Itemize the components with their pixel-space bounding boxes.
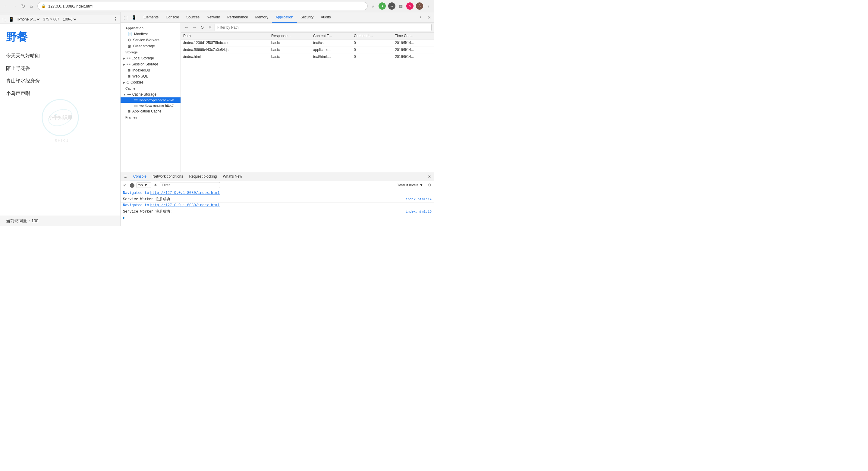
sidebar-expand-session-storage[interactable]: ▶ ≡≡ Session Storage: [121, 61, 181, 67]
console-level-select[interactable]: Default levels ▼: [397, 183, 423, 187]
devtools-close-button[interactable]: ✕: [426, 14, 433, 21]
bookmark-button[interactable]: ☆: [370, 3, 376, 9]
tab-network[interactable]: Network: [203, 12, 224, 23]
sidebar-expand-local-storage[interactable]: ▶ ≡≡ Local Storage: [121, 55, 181, 61]
log-ref-0[interactable]: index.html:19: [406, 198, 432, 201]
cache-forward-icon: →: [192, 25, 196, 30]
device-select[interactable]: iPhone 6/...: [16, 17, 41, 22]
page-content: 野餐 今天天气好晴朗 陌上野花香 青山绿水绕身旁 小鸟声声唱: [0, 24, 120, 215]
cache-refresh-button[interactable]: ↻: [199, 24, 206, 31]
back-button[interactable]: ←: [2, 2, 10, 10]
console-prompt[interactable]: ▶: [121, 215, 434, 221]
log-ref-1[interactable]: index.html:19: [406, 210, 432, 213]
console-context-select[interactable]: top ▼: [136, 182, 151, 188]
websql-icon: ⊟: [128, 75, 130, 79]
cache-storage-panel: ← → ↻ ✕: [181, 23, 434, 172]
cache-search-input[interactable]: [217, 25, 429, 30]
console-tab-network-conditions[interactable]: Network conditions: [150, 172, 186, 181]
device-more-button[interactable]: ⋮: [113, 16, 118, 22]
account-button[interactable]: A: [416, 2, 423, 10]
tab-application[interactable]: Application: [272, 12, 297, 23]
device-toggle-icon: ⬚: [2, 17, 6, 22]
page-line-3: 青山绿水绕身旁: [6, 77, 114, 85]
cast-button[interactable]: ∞: [388, 2, 396, 10]
console-stop-button[interactable]: ⬤: [129, 182, 135, 188]
sidebar-item-clear-storage[interactable]: 🗑 Clear storage: [121, 43, 181, 49]
cache-forward-button[interactable]: →: [191, 24, 198, 31]
reload-button[interactable]: ↻: [19, 2, 27, 10]
sidebar-item-service-workers[interactable]: ⚙ Service Workers: [121, 37, 181, 43]
console-line-2: Navigated to http://127.0.0.1:8080/index…: [121, 203, 434, 208]
tab-audits[interactable]: Audits: [317, 12, 334, 23]
sidebar-item-workbox-runtime[interactable]: ≡≡ workbox-runtime-http://127.0.0.1:8080…: [121, 103, 181, 108]
console-tab-bar: ≡ Console Network conditions Request blo…: [121, 172, 434, 181]
sidebar-section-cache: Cache: [121, 85, 181, 91]
console-clear-button[interactable]: ⊘: [122, 182, 128, 188]
service-workers-icon: ⚙: [128, 38, 131, 42]
star-icon: ☆: [371, 4, 375, 8]
cache-delete-button[interactable]: ✕: [207, 24, 213, 31]
tab-memory[interactable]: Memory: [252, 12, 272, 23]
console-filter-box[interactable]: [160, 182, 220, 188]
sidebar-item-manifest[interactable]: 📄 Manifest: [121, 31, 181, 37]
zoom-select[interactable]: 100%: [62, 17, 77, 22]
tab-sources[interactable]: Sources: [183, 12, 203, 23]
sidebar-item-websql[interactable]: ⊟ Web SQL: [121, 73, 181, 79]
console-close-button[interactable]: ×: [426, 173, 433, 180]
tab-console[interactable]: Console: [162, 12, 183, 23]
devtools-device-button[interactable]: 📱: [130, 14, 137, 21]
log-text-1: Service Worker 注册成功!: [123, 209, 172, 214]
forward-button[interactable]: →: [11, 2, 18, 10]
console-tab-request-blocking[interactable]: Request blocking: [186, 172, 220, 181]
sidebar-item-application-cache[interactable]: ⊟ Application Cache: [121, 108, 181, 114]
sidebar-expand-cookies[interactable]: ▶ ◇ Cookies: [121, 79, 181, 85]
sidebar-expand-cache-storage[interactable]: ▼ ≡≡ Cache Storage: [121, 91, 181, 97]
console-tab-whats-new[interactable]: What's New: [220, 172, 245, 181]
expand-arrow-local: ▶: [123, 57, 125, 60]
console-output: Navigated to http://127.0.0.1:8080/index…: [121, 189, 434, 226]
navigate-text-1: Navigated to: [123, 203, 149, 207]
reload-icon: ↻: [21, 3, 25, 9]
devtools-panel: ⬚ 📱 Elements Console Sources Network Per…: [121, 12, 434, 226]
more-button[interactable]: ⋮: [426, 3, 432, 9]
page-title: 野餐: [6, 30, 114, 45]
more-icon: ⋮: [427, 4, 431, 8]
address-bar[interactable]: 🔒 127.0.0.1:8080/index.html: [37, 2, 368, 10]
devtools-more-button[interactable]: ⋮: [417, 14, 424, 21]
qr-button[interactable]: ▦: [398, 3, 404, 9]
sidebar-section-storage: Storage: [121, 49, 181, 55]
tab-performance[interactable]: Performance: [224, 12, 252, 23]
tab-elements[interactable]: Elements: [140, 12, 162, 23]
navigate-link-1[interactable]: http://127.0.0.1:8080/index.html: [150, 203, 219, 207]
console-filter-input[interactable]: [162, 183, 218, 187]
clear-storage-icon: 🗑: [128, 44, 131, 48]
console-tab-console[interactable]: Console: [130, 172, 150, 181]
sidebar-item-indexeddb[interactable]: ⊟ IndexedDB: [121, 67, 181, 73]
console-eye-button[interactable]: 👁: [153, 182, 158, 188]
cell-content-length-2: 0: [351, 53, 393, 60]
table-row[interactable]: /index.1236d1250f7ffbdc.css basic text/c…: [181, 39, 434, 47]
manifest-icon: 📄: [128, 32, 132, 36]
page-footer: 当前访问量：100: [0, 215, 120, 226]
table-row[interactable]: /index.html basic text/html;... 0 2019/5…: [181, 53, 434, 60]
table-row[interactable]: /index.f8666b443c7a0e84.js basic applica…: [181, 47, 434, 53]
extension1-button[interactable]: ✎: [406, 2, 413, 10]
page-line-2: 陌上野花香: [6, 64, 114, 72]
home-button[interactable]: ⌂: [28, 2, 35, 10]
devtools-inspect-button[interactable]: ⬚: [122, 14, 129, 21]
cache-back-button[interactable]: ←: [183, 24, 190, 31]
cell-time-2: 2019/5/14...: [393, 53, 434, 60]
extensions-button[interactable]: ✦: [378, 2, 386, 10]
expand-arrow-session: ▶: [123, 63, 125, 66]
console-line-3: Service Worker 注册成功! index.html:19: [121, 208, 434, 215]
page-line-4: 小鸟声声唱: [6, 90, 114, 97]
tab-security[interactable]: Security: [297, 12, 317, 23]
console-settings-button[interactable]: ⚙: [427, 182, 433, 188]
db-icon-session: ≡≡: [127, 62, 130, 66]
navigate-link-0[interactable]: http://127.0.0.1:8080/index.html: [150, 191, 219, 195]
cache-search-box[interactable]: [215, 24, 432, 31]
webpage-panel: ⬚ 📱 iPhone 6/... 375 × 667 100% ⋮ 野餐 今天天…: [0, 12, 121, 226]
console-sidebar-toggle[interactable]: ≡: [122, 173, 129, 180]
cache-item-icon-runtime: ≡≡: [134, 104, 138, 107]
sidebar-item-workbox-precache[interactable]: ≡≡ workbox-precache-v2-http://127.0.0.1:…: [121, 97, 181, 103]
